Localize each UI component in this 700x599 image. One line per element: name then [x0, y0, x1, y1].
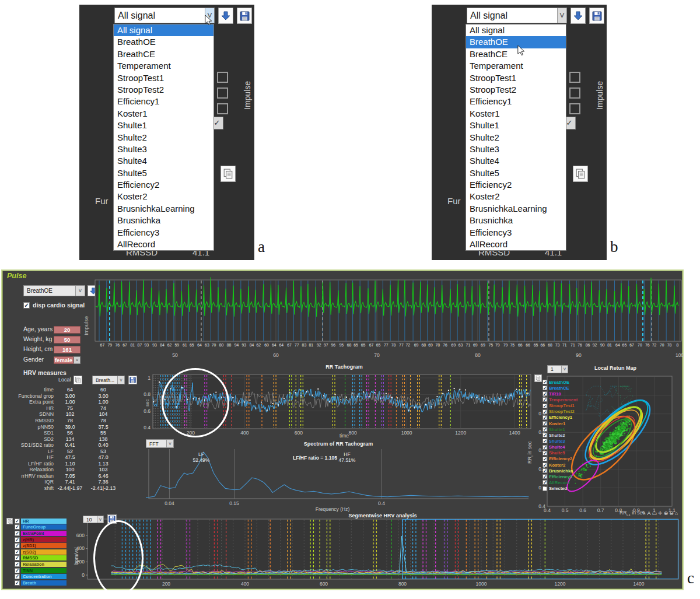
signal-select[interactable]: All signal˅ — [114, 8, 215, 23]
segmentwise-legend-item[interactable]: ✓RMSSD — [15, 555, 66, 562]
dropdown-item-shulte3[interactable]: Shulte3 — [466, 143, 566, 155]
axes-copy-icon[interactable] — [534, 374, 542, 382]
dropdown-item-brusnichka[interactable]: Brusnichka — [466, 215, 566, 226]
load-signal-button[interactable] — [570, 8, 586, 24]
dropdown-item-strooptest2[interactable]: StroopTest2 — [466, 84, 566, 96]
checkbox-checked-icon[interactable]: ✓ — [15, 562, 20, 567]
dropdown-item-breathoe[interactable]: BreathOE — [114, 36, 214, 48]
dropdown-item-shulte2[interactable]: Shulte2 — [466, 132, 566, 143]
checkbox-checked-icon[interactable]: ✓ — [542, 439, 547, 443]
dropdown-item-strooptest1[interactable]: StroopTest1 — [114, 72, 214, 84]
toolbar-icon-4[interactable]: ⊕ — [664, 510, 670, 516]
returnmap-legend-item[interactable]: ✓Efficiency1 — [542, 415, 578, 421]
returnmap-legend-item[interactable]: ✓Shulte4 — [542, 444, 578, 450]
checkbox-checked-icon[interactable]: ✓ — [23, 302, 30, 309]
checkbox-checked-icon[interactable]: ✓ — [542, 386, 547, 390]
empty-checkbox[interactable] — [217, 72, 228, 83]
returnmap-legend-item[interactable]: ✓Shulte2 — [542, 432, 578, 438]
chevron-down-icon[interactable]: ˅ — [117, 376, 124, 384]
dropdown-item-koster1[interactable]: Koster1 — [466, 108, 566, 120]
checkbox-checked-icon[interactable]: ✓ — [15, 537, 20, 542]
chevron-down-icon[interactable]: ˅ — [97, 516, 103, 523]
empty-checkbox[interactable] — [569, 72, 580, 83]
hrv-col-signal-select[interactable]: Breath... ˅ — [92, 376, 125, 384]
returnmap-legend-item[interactable]: ✓BreathOE — [542, 379, 578, 385]
dropdown-item-shulte2[interactable]: Shulte2 — [114, 132, 214, 143]
checkbox-checked-icon[interactable]: ✓ — [542, 445, 547, 450]
spectrum-plot[interactable]: Spectrum of RR Tachogram0.040.150.4Frequ… — [140, 436, 537, 512]
returnmap-legend-item[interactable]: ✓Koster1 — [542, 421, 578, 426]
returnmap-legend-item[interactable]: ✓TIR10 — [542, 391, 578, 397]
segmentwise-legend-item[interactable]: ✓HR — [15, 518, 66, 524]
checkbox-checked-icon[interactable]: ✓ — [542, 380, 547, 384]
returnmap-legend-item[interactable]: ✓Selected — [542, 486, 578, 492]
empty-checkbox[interactable] — [217, 87, 228, 99]
dropdown-item-shulte5[interactable]: Shulte5 — [114, 167, 214, 179]
returnmap-legend-item[interactable]: ✓StroopTest1 — [542, 403, 578, 409]
dropdown-item-efficiency2[interactable]: Efficiency2 — [466, 179, 566, 191]
checkbox-checked-icon[interactable]: ✓ — [542, 409, 547, 414]
chevron-down-icon[interactable]: ˅ — [557, 8, 566, 23]
chevron-down-icon[interactable]: ˅ — [166, 440, 173, 447]
dropdown-item-temperament[interactable]: Temperament — [466, 60, 566, 72]
disp-cardio-checkbox[interactable]: ✓ disp cardio signal — [23, 302, 85, 309]
dropdown-item-brusnichkalearning[interactable]: BrusnichkaLearning — [466, 203, 566, 215]
returnmap-legend-item[interactable]: ✓Koster2 — [542, 462, 578, 468]
dropdown-item-shulte4[interactable]: Shulte4 — [114, 155, 214, 167]
signal-select[interactable]: All signal˅ — [467, 8, 567, 23]
patient-field-value[interactable]: female — [54, 356, 74, 364]
axes-copy-icon[interactable] — [6, 518, 13, 524]
segmentwise-legend-item[interactable]: ✓z(SD2) — [15, 549, 66, 555]
returnmap-legend-item[interactable]: ✓Shulte1 — [542, 426, 578, 432]
dropdown-item-efficiency1[interactable]: Efficiency1 — [114, 96, 214, 107]
checkbox-checked-icon[interactable]: ✓ — [542, 427, 547, 432]
toolbar-icon-2[interactable]: ▭ — [652, 510, 659, 516]
checkbox-checked-icon[interactable]: ✓ — [15, 580, 20, 586]
dropdown-item-brusnichka[interactable]: Brusnichka — [114, 215, 214, 226]
dropdown-item-koster1[interactable]: Koster1 — [114, 108, 214, 120]
checkbox-checked-icon[interactable]: ✓ — [15, 555, 20, 561]
empty-checkbox[interactable] — [217, 103, 228, 114]
checkbox-checked-icon[interactable]: ✓ — [15, 543, 20, 548]
patient-field-value[interactable]: 50 — [54, 336, 80, 344]
returnmap-legend-item[interactable]: ✓Efficiency2 — [542, 456, 578, 462]
toolbar-icon-0[interactable]: ✎ — [642, 510, 648, 516]
spectrum-method-select[interactable]: FFT ˅ — [146, 439, 174, 448]
load-signal-button[interactable] — [218, 8, 233, 24]
checkbox-checked-icon[interactable]: ✓ — [15, 524, 20, 530]
dropdown-item-efficiency3[interactable]: Efficiency3 — [466, 227, 566, 239]
toolbar-icon-6[interactable]: ⌂ — [675, 510, 679, 516]
dropdown-item-efficiency2[interactable]: Efficiency2 — [114, 179, 214, 191]
patient-field-value[interactable]: 161 — [54, 346, 80, 353]
segmentwise-window-select[interactable]: 10 ˅ — [83, 516, 104, 523]
toolbar-icon-3[interactable]: ✛ — [658, 510, 664, 516]
segmentwise-legend-item[interactable]: ✓Breath — [15, 580, 66, 586]
segmentwise-legend-item[interactable]: ✓Relaxation — [15, 561, 66, 568]
dropdown-item-allrecord[interactable]: AllRecord — [466, 239, 566, 250]
returnmap-legend-item[interactable]: ✓Temperament — [542, 397, 578, 402]
segmentwise-legend-item[interactable]: ✓z(HR) — [15, 537, 66, 543]
returnmap-legend-item[interactable]: ✓Efficiency3 — [542, 474, 578, 479]
checkbox-checked-icon[interactable]: ✓ — [542, 463, 547, 467]
checkbox-checked-icon[interactable]: ✓ — [542, 457, 547, 461]
save-measures-button[interactable] — [128, 376, 137, 384]
copy-report-button[interactable] — [220, 166, 236, 182]
ecg-plot[interactable]: 5060708090100677976678187939384625961656… — [82, 276, 682, 359]
patient-field-value[interactable]: 20 — [54, 326, 80, 334]
chevron-down-icon[interactable]: ˅ — [561, 366, 568, 373]
signal-select[interactable]: BreathOE ˅ — [23, 285, 85, 296]
checkbox-checked-icon[interactable]: ✓ — [542, 451, 547, 456]
dropdown-item-efficiency1[interactable]: Efficiency1 — [466, 96, 566, 107]
dropdown-item-breathce[interactable]: BreathCE — [114, 48, 214, 60]
save-signal-button[interactable] — [237, 8, 252, 24]
checkbox-checked-icon[interactable]: ✓ — [542, 433, 547, 437]
returnmap-legend-item[interactable]: ✓Shulte3 — [542, 438, 578, 444]
checkbox-checked-icon[interactable]: ✓ — [15, 568, 20, 573]
dropdown-item-allrecord[interactable]: AllRecord — [114, 239, 214, 250]
checkbox-unchecked-icon[interactable]: ✓ — [542, 486, 547, 491]
checkbox-checked-icon[interactable]: ✓ — [15, 549, 20, 555]
dropdown-item-shulte3[interactable]: Shulte3 — [114, 143, 214, 155]
dropdown-item-shulte1[interactable]: Shulte1 — [466, 120, 566, 131]
checkbox-checked-icon[interactable]: ✓ — [542, 404, 547, 408]
returnmap-legend-item[interactable]: ✓Shulte5 — [542, 450, 578, 456]
